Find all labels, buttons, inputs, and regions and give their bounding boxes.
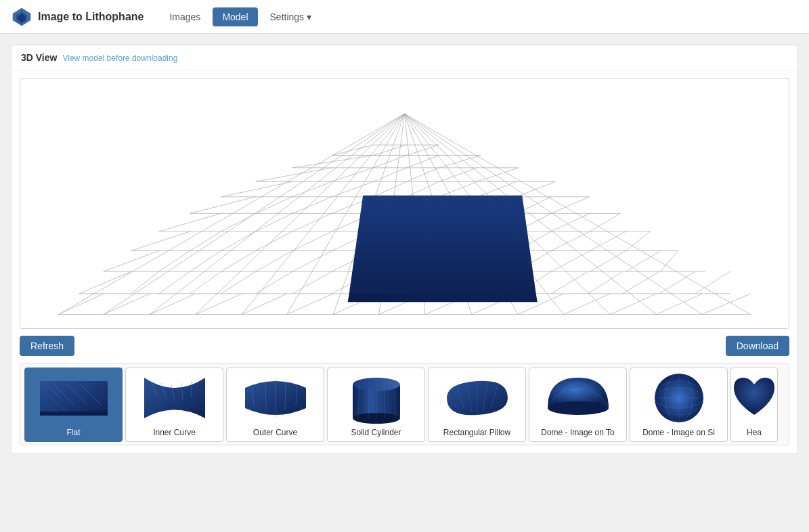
- svg-line-81: [221, 231, 256, 251]
- svg-line-33: [196, 294, 242, 315]
- svg-line-94: [221, 213, 256, 231]
- svg-line-91: [590, 231, 626, 251]
- 3d-view-card: 3D View View model before downloading: [11, 45, 798, 454]
- svg-line-79: [131, 231, 190, 251]
- svg-line-41: [564, 294, 610, 315]
- svg-line-43: [657, 294, 702, 315]
- svg-line-114: [551, 197, 589, 214]
- download-button[interactable]: Download: [726, 336, 789, 356]
- svg-line-59: [588, 271, 622, 294]
- svg-line-106: [256, 197, 292, 214]
- model-thumb-inner-curve: [134, 371, 215, 425]
- svg-line-60: [623, 271, 659, 294]
- slab-top: [349, 196, 536, 294]
- svg-line-129: [292, 155, 374, 167]
- svg-line-90: [551, 231, 590, 251]
- svg-line-67: [256, 251, 292, 272]
- brand-name: Image to Lithophane: [38, 11, 144, 23]
- svg-line-92: [626, 231, 651, 251]
- svg-line-46: [131, 271, 159, 294]
- model-type-solid-cylinder[interactable]: Solid Cylinder: [327, 368, 425, 442]
- model-label-flat: Flat: [66, 428, 80, 437]
- model-thumb-outer-curve: [235, 371, 316, 425]
- model-label-heart: Hea: [747, 428, 762, 437]
- nav-model[interactable]: Model: [213, 7, 257, 26]
- model-thumb-dome-image-on-side: [638, 371, 720, 425]
- svg-line-51: [292, 271, 332, 294]
- svg-line-78: [661, 251, 678, 272]
- svg-rect-137: [40, 412, 108, 416]
- model-type-rectangular-pillow[interactable]: Rectangular Pillow: [428, 368, 526, 442]
- svg-line-128: [477, 168, 519, 181]
- svg-line-119: [407, 181, 439, 196]
- svg-line-32: [150, 294, 195, 315]
- slab-front: [348, 294, 538, 302]
- 3d-viewport[interactable]: [20, 79, 789, 329]
- model-type-flat[interactable]: Flat: [24, 368, 123, 442]
- svg-line-95: [256, 213, 292, 231]
- svg-line-76: [590, 251, 626, 272]
- chevron-down-icon: ▾: [307, 12, 311, 22]
- svg-line-48: [190, 271, 221, 294]
- svg-line-80: [190, 231, 221, 251]
- card-title: 3D View: [21, 52, 57, 63]
- card-body: Refresh Download: [12, 70, 797, 453]
- svg-line-133: [332, 145, 373, 155]
- svg-line-120: [439, 181, 477, 196]
- model-thumb-rectangular-pillow: [437, 371, 518, 425]
- svg-line-103: [551, 213, 590, 231]
- model-thumb-heart: [730, 371, 778, 425]
- svg-line-122: [517, 181, 555, 196]
- model-label-dome-image-on-top: Dome - Image on To: [541, 428, 615, 437]
- model-label-solid-cylinder: Solid Cylinder: [351, 428, 401, 437]
- svg-line-115: [221, 181, 292, 196]
- svg-line-96: [292, 213, 332, 231]
- nav-settings[interactable]: Settings ▾: [261, 7, 322, 26]
- svg-point-167: [548, 401, 609, 415]
- svg-line-123: [256, 168, 332, 181]
- svg-line-125: [374, 168, 407, 181]
- svg-line-121: [477, 181, 517, 196]
- model-label-outer-curve: Outer Curve: [253, 428, 297, 437]
- brand: Image to Lithophane: [11, 6, 144, 28]
- svg-line-118: [374, 181, 407, 196]
- nav-images[interactable]: Images: [160, 7, 210, 26]
- model-types-container: Flat: [20, 363, 789, 445]
- svg-line-44: [702, 294, 751, 315]
- svg-rect-136: [40, 381, 108, 415]
- svg-line-31: [104, 294, 150, 315]
- svg-line-45: [79, 271, 131, 294]
- main-content: 3D View View model before downloading: [0, 34, 809, 476]
- model-type-outer-curve[interactable]: Outer Curve: [226, 368, 324, 442]
- svg-line-134: [374, 145, 407, 155]
- model-thumb-solid-cylinder: [336, 371, 417, 425]
- svg-line-130: [374, 155, 407, 167]
- model-type-inner-curve[interactable]: Inner Curve: [125, 368, 223, 442]
- svg-line-93: [159, 213, 221, 231]
- svg-line-82: [256, 231, 292, 251]
- svg-line-49: [221, 271, 256, 294]
- svg-line-117: [332, 181, 373, 196]
- svg-line-77: [626, 251, 661, 272]
- svg-line-105: [190, 197, 256, 214]
- model-thumb-flat: [33, 371, 114, 425]
- svg-line-126: [407, 168, 439, 181]
- model-label-rectangular-pillow: Rectangular Pillow: [443, 428, 510, 437]
- model-type-heart[interactable]: Hea: [730, 368, 778, 442]
- model-type-dome-image-on-side[interactable]: Dome - Image on Si: [630, 368, 728, 442]
- svg-line-68: [292, 251, 332, 272]
- svg-line-75: [551, 251, 590, 272]
- svg-line-127: [439, 168, 477, 181]
- svg-line-132: [439, 155, 481, 167]
- svg-line-104: [590, 213, 620, 231]
- model-type-dome-image-on-top[interactable]: Dome - Image on To: [529, 368, 627, 442]
- svg-line-30: [58, 294, 103, 315]
- svg-line-42: [610, 294, 656, 315]
- model-thumb-dome-image-on-top: [538, 371, 619, 425]
- card-header: 3D View View model before downloading: [12, 45, 797, 70]
- model-label-dome-image-on-side: Dome - Image on Si: [642, 428, 715, 437]
- model-types-scroll: Flat: [24, 368, 785, 442]
- svg-line-35: [287, 294, 333, 315]
- svg-line-62: [695, 271, 730, 294]
- refresh-button[interactable]: Refresh: [20, 336, 74, 356]
